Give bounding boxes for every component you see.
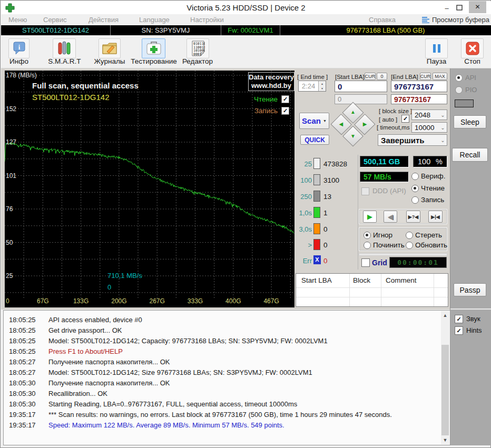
minimize-button[interactable]: – [440,4,454,12]
write-label: Запись [421,196,444,204]
skip-end-button[interactable]: ▶|◀ [428,211,443,223]
smart-button[interactable] [53,38,76,58]
close-button[interactable]: ✕ [469,1,486,13]
percent-value: 100 [414,157,436,166]
menu-settings[interactable]: Настройки [190,16,224,24]
log-time: 18:05:27 [9,367,36,378]
hints-checkbox[interactable]: ✓ [455,326,463,335]
watermark-line1: Data recovery [249,73,294,82]
start-zero-button[interactable]: 0 [377,73,387,80]
start-cur-button[interactable]: CUR [365,73,376,80]
scroll-down-icon[interactable]: ▼ [441,436,449,444]
fix-radio[interactable] [364,242,371,249]
spinner-arrows[interactable]: ▲▼ [318,81,326,91]
menu-actions[interactable]: Действия [89,16,119,24]
end-max-button[interactable]: MAX [433,73,447,80]
pause-button-label: Пауза [425,57,448,65]
y-tick-label: 127 [6,138,16,146]
stop-x-icon [466,42,479,55]
ignore-radio[interactable] [364,232,371,239]
color-swatch-button[interactable] [455,99,474,107]
pause-icon [433,44,441,53]
defect-table[interactable]: Start LBA Block Comment [296,273,448,307]
log-time: 18:05:25 [9,336,36,346]
log-row: 18:05:30Recallibration... OK [4,389,433,399]
log-row: 19:35:17Speed: Maximum 122 MB/s. Average… [4,420,433,431]
binary-document-icon: 0101101100111010000001 [191,41,205,56]
log-row: 19:35:17*** Scan results: no warnings, n… [4,410,433,420]
log-scrollbar[interactable]: ▲ ▼ [441,311,449,444]
stat-label-3s: 3,0s [295,225,312,233]
defect-header-startlba: Start LBA [301,276,332,284]
api-radio[interactable] [455,74,463,82]
recall-button[interactable]: Recall [452,148,488,162]
block-size-combo[interactable]: 2048⌄ [411,109,447,120]
timeout-value: 10000 [412,124,439,132]
back-button[interactable]: ◀ [384,211,397,223]
skip-question-button[interactable]: ▶?◀ [406,211,420,223]
log-time: 18:05:25 [9,325,36,336]
start-lba-input2[interactable]: 0 [335,94,387,104]
quick-button[interactable]: QUICK [300,135,329,145]
grid-label: Grid [372,258,387,267]
log-panel: 18:05:25API access enabled, device #0 18… [3,310,450,445]
log-row: 18:05:25API access enabled, device #0 [4,315,433,325]
end-time-spinner[interactable]: 2:24 ▲▼ [298,81,326,92]
verify-radio[interactable] [411,173,419,180]
legend-read-label: Чтение [253,95,278,103]
controls-panel: [ End time ] 2:24 ▲▼ [Start LBA] CUR 0 0… [295,71,449,307]
erase-radio[interactable] [406,232,413,239]
legend-write-checkbox[interactable]: ✓ [281,107,289,115]
stop-button[interactable] [461,38,484,58]
editor-button[interactable]: 0101101100111010000001 [186,38,209,58]
sleep-button[interactable]: Sleep [454,115,486,128]
journals-button[interactable] [99,38,121,58]
scroll-thumb[interactable] [441,345,449,435]
start-lba-input[interactable]: 0 [335,81,387,92]
spin-up-icon[interactable]: ▲ [321,82,323,85]
fix-label: Починить [373,241,405,249]
sound-checkbox[interactable]: ✓ [455,315,463,323]
menu-help[interactable]: Справка [369,16,396,24]
defect-col-line2 [381,274,381,306]
buffer-view-button[interactable]: Просмотр буфера [432,16,489,24]
finish-combo[interactable]: Завершить⌄ [378,134,447,146]
log-time: 19:35:17 [9,420,36,431]
pio-radio[interactable] [455,86,463,94]
info-button[interactable]: i [8,38,30,58]
journals-button-label: Журналы [92,57,127,65]
menu-language[interactable]: Language [139,16,170,24]
stat-label-25: 25 [295,160,312,168]
erase-label: Стереть [415,231,442,239]
scroll-up-icon[interactable]: ▲ [441,311,449,320]
auto-checkbox[interactable]: ✓ [401,115,409,123]
refresh-radio[interactable] [406,242,413,249]
scan-graph[interactable]: Full scan, sequential access ST500LT012-… [5,71,294,307]
pause-button[interactable] [425,38,448,58]
grid-checkbox[interactable] [361,258,370,267]
spin-down-icon[interactable]: ▼ [321,87,323,90]
log-time: 18:05:25 [9,346,36,357]
maximize-button[interactable] [456,5,463,11]
write-radio[interactable] [411,196,419,204]
timeout-combo[interactable]: 10000⌄ [411,122,447,133]
menu-service[interactable]: Сервис [43,16,67,24]
testing-button[interactable] [142,38,165,58]
end-cur-button[interactable]: CUR [420,73,431,80]
end-lba-input2[interactable]: 976773167 [391,94,447,104]
defect-row-line2 [296,297,448,297]
scan-button[interactable]: Scan ▼ [299,113,329,129]
end-lba-input[interactable]: 976773167 [391,81,447,92]
passp-button[interactable]: Passp [454,283,486,296]
read-radio[interactable] [411,185,419,192]
menu-menu[interactable]: Меню [8,16,27,24]
play-button[interactable]: ▶ [363,211,377,223]
stat-value-1s: 1 [323,209,328,217]
ddd-checkbox[interactable] [361,187,369,195]
log-text: Model: ST500LT012-1DG142; Capacity: 9767… [48,336,328,346]
right-sidebar: API PIO Sleep Recall Passp ✓ Звук ✓ Hint… [450,68,491,445]
log-time: 18:05:30 [9,389,36,399]
watermark-line2: www.hdd.by [249,82,294,90]
stat-value-gt: 0 [323,241,328,249]
legend-read-checkbox[interactable]: ✓ [281,95,289,103]
